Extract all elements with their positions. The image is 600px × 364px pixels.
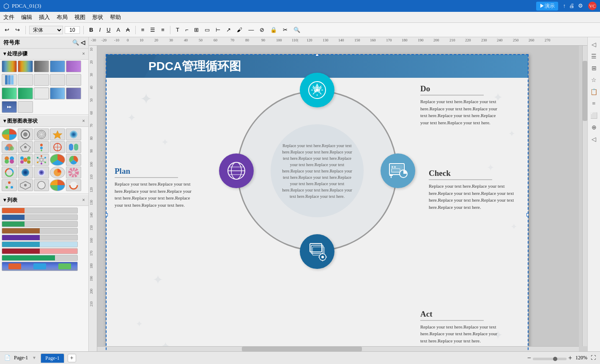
menu-help[interactable]: 帮助 <box>110 14 121 21</box>
menu-file[interactable]: 文件 <box>3 14 14 21</box>
fullscreen-btn[interactable]: ⛶ <box>591 355 596 361</box>
sym-lib-search[interactable]: 🔍 <box>72 39 79 46</box>
present-btn[interactable]: ▶演示 <box>536 2 558 11</box>
circle-shape-item[interactable] <box>18 179 33 191</box>
user-avatar[interactable]: VC <box>588 2 597 10</box>
circle-shape-item[interactable] <box>66 141 81 153</box>
shape-btn[interactable]: ▭ <box>203 25 212 34</box>
align-right-btn[interactable]: ≡ <box>159 25 167 34</box>
shape-item[interactable] <box>34 74 49 86</box>
scroll-horizontal[interactable] <box>97 346 579 351</box>
page-dropdown[interactable]: ▾ <box>33 355 36 361</box>
circle-shapes-header[interactable]: ▾ 图形图表形状 × <box>0 116 88 127</box>
shape-item[interactable] <box>50 60 65 72</box>
canvas-area[interactable]: PDCA管理循环图 ✦ ✦ ✦ ✦ ✦ ✦ ✦ ✦ ✦ ✦ ✦ ✦ <box>97 46 579 351</box>
lock-btn[interactable]: 🔒 <box>268 25 279 34</box>
processing-steps-header[interactable]: ▾ 处理步骤 × <box>0 49 88 60</box>
selection-handle-top[interactable] <box>315 54 319 56</box>
circle-shape-item[interactable] <box>50 167 65 178</box>
right-panel-plus[interactable]: ⊕ <box>589 122 600 133</box>
paint-btn[interactable]: 🖌 <box>235 25 244 34</box>
list-item-shape[interactable] <box>2 241 78 247</box>
font-color-btn[interactable]: A <box>114 25 122 34</box>
scroll-thumb-v[interactable] <box>583 61 587 121</box>
circle-shape-item[interactable] <box>34 129 49 140</box>
align-center-btn[interactable]: ☰ <box>148 25 157 34</box>
link-btn[interactable]: ↗ <box>224 25 233 34</box>
font-select[interactable]: 宋体 Arial <box>29 26 63 34</box>
circle-shape-item[interactable] <box>2 167 17 178</box>
right-panel-collapse[interactable]: ◁ <box>589 39 600 50</box>
underline-btn[interactable]: U <box>104 25 112 34</box>
circle-shape-item[interactable] <box>2 129 17 140</box>
undo-btn[interactable]: ↩ <box>3 25 11 34</box>
shape-item[interactable] <box>2 88 17 99</box>
list-item-shape[interactable] <box>2 228 78 234</box>
list-item-shape[interactable] <box>2 255 78 261</box>
circle-shape-item[interactable] <box>66 179 81 191</box>
circle-shape-item[interactable] <box>50 154 65 166</box>
menu-insert[interactable]: 插入 <box>39 14 50 21</box>
sym-lib-expand[interactable]: ◁ <box>81 39 85 46</box>
circle-shape-item[interactable] <box>66 154 81 166</box>
right-panel-properties[interactable]: ☰ <box>589 51 600 62</box>
line-btn[interactable]: — <box>246 25 256 34</box>
right-panel-grid[interactable]: ⊞ <box>589 63 600 74</box>
text-btn[interactable]: T <box>174 25 181 34</box>
shape-item[interactable] <box>18 101 33 113</box>
align-left-btn[interactable]: ≡ <box>139 25 147 34</box>
circle-shape-item[interactable] <box>66 129 81 140</box>
circle-shape-item[interactable] <box>2 154 17 166</box>
right-panel-pages[interactable]: 📋 <box>589 86 600 97</box>
list-item-shape[interactable] <box>2 262 78 271</box>
table-btn[interactable]: ⊞ <box>192 25 201 34</box>
circle-shape-item[interactable] <box>50 141 65 153</box>
menu-edit[interactable]: 编辑 <box>21 14 32 21</box>
menu-shape[interactable]: 形状 <box>92 14 103 21</box>
shape-item[interactable] <box>18 74 33 86</box>
italic-btn[interactable]: I <box>97 25 103 34</box>
circle-shape-item[interactable] <box>18 141 33 153</box>
shape-item[interactable] <box>66 88 81 99</box>
circle-shape-item[interactable] <box>34 167 49 178</box>
list-item-shape[interactable] <box>2 235 78 241</box>
circle-shapes-close[interactable]: × <box>82 118 85 124</box>
circle-shape-item[interactable] <box>34 141 49 153</box>
font-size-input[interactable] <box>65 26 80 34</box>
right-panel-layers[interactable]: ≡ <box>589 98 600 109</box>
share-btn[interactable]: ↑ <box>563 3 566 9</box>
right-panel-nav[interactable]: ◁ <box>589 134 600 145</box>
zoom-minus[interactable]: − <box>527 354 531 362</box>
redo-btn[interactable]: ↪ <box>13 25 22 34</box>
list-item-shape[interactable] <box>2 208 78 213</box>
shape-item[interactable] <box>18 88 33 99</box>
shape-item[interactable] <box>34 60 49 72</box>
selection-handle-right[interactable] <box>526 213 529 216</box>
circle-shape-item[interactable] <box>50 179 65 191</box>
shape-item[interactable] <box>2 60 17 72</box>
list-item-shape[interactable] <box>2 221 78 227</box>
shape-item[interactable] <box>34 88 49 99</box>
shape-item[interactable] <box>18 60 33 72</box>
shape-item[interactable] <box>50 88 65 99</box>
print-btn[interactable]: 🖨 <box>569 3 575 9</box>
right-panel-star[interactable]: ☆ <box>589 74 600 85</box>
circle-shape-item[interactable] <box>2 179 17 191</box>
cut-btn[interactable]: ✂ <box>281 25 290 34</box>
settings-btn[interactable]: ⚙ <box>578 3 583 9</box>
circle-shape-item[interactable] <box>18 167 33 178</box>
selection-handle-left[interactable] <box>106 213 108 216</box>
list-section-header[interactable]: ▾ 列表 × <box>0 195 88 206</box>
circle-shape-item[interactable] <box>18 154 33 166</box>
circle-shape-item[interactable] <box>66 167 81 178</box>
eraser-btn[interactable]: ⊘ <box>258 25 266 34</box>
anchor-btn[interactable]: ⊢ <box>214 25 222 34</box>
menu-view[interactable]: 视图 <box>74 14 85 21</box>
circle-shape-item[interactable] <box>34 179 49 191</box>
shape-item[interactable] <box>66 60 81 72</box>
scroll-vertical[interactable] <box>582 46 587 346</box>
connector-btn[interactable]: ⌐ <box>183 25 191 34</box>
menu-layout[interactable]: 布局 <box>57 14 68 21</box>
right-panel-frame[interactable]: ⬜ <box>589 110 600 121</box>
shape-item[interactable] <box>66 74 81 86</box>
